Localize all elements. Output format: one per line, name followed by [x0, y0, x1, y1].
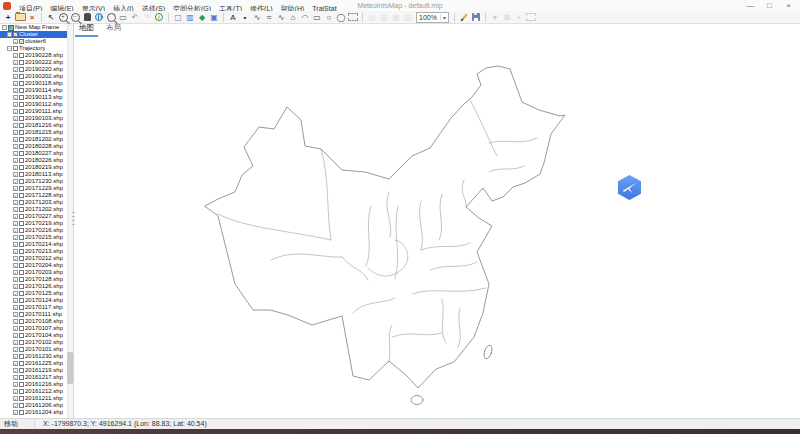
tree-item-20171230[interactable]: +20171230.shp: [0, 178, 73, 185]
tree-item-20161230[interactable]: +20161230.shp: [0, 353, 73, 360]
redo-button-icon[interactable]: ↷: [142, 11, 153, 23]
tree-item-20170126[interactable]: +20170126.shp: [0, 283, 73, 290]
expand-icon[interactable]: +: [13, 242, 18, 247]
tree-item-20180228[interactable]: +20180228.shp: [0, 143, 73, 150]
image-button-icon[interactable]: ▣: [209, 11, 220, 23]
tree-item-20190228[interactable]: +20190228.shp: [0, 52, 73, 59]
tree-item-trajectory[interactable]: −Trajectory: [0, 45, 73, 52]
ellipse-tool-icon[interactable]: ◯: [336, 11, 347, 23]
expand-icon[interactable]: +: [13, 291, 18, 296]
expand-icon[interactable]: +: [13, 263, 18, 268]
expand-icon[interactable]: +: [13, 137, 18, 142]
layer-checkbox[interactable]: [19, 270, 24, 275]
expand-icon[interactable]: +: [13, 410, 18, 415]
expand-icon[interactable]: +: [13, 277, 18, 282]
layer-checkbox[interactable]: [19, 256, 24, 261]
tree-item-20171228[interactable]: +20171228.shp: [0, 192, 73, 199]
tree-item-20170128[interactable]: +20170128.shp: [0, 276, 73, 283]
layer-checkbox[interactable]: [19, 81, 24, 86]
layer-checkbox[interactable]: [19, 60, 24, 65]
zoom-out-tool-icon[interactable]: −: [70, 11, 81, 23]
edit-pencil-button-icon[interactable]: [458, 11, 469, 23]
tree-item-20170227[interactable]: +20170227.shp: [0, 213, 73, 220]
layer-checkbox[interactable]: [19, 179, 24, 184]
zoom-combo[interactable]: 100%▾: [416, 12, 449, 23]
expand-icon[interactable]: +: [13, 200, 18, 205]
tree-item-20161217[interactable]: +20161217.shp: [0, 374, 73, 381]
layer-checkbox[interactable]: [19, 347, 24, 352]
expand-icon[interactable]: +: [13, 333, 18, 338]
chart-layer-button-icon[interactable]: ▥: [185, 11, 196, 23]
layer-checkbox[interactable]: [19, 333, 24, 338]
layer-checkbox[interactable]: [19, 249, 24, 254]
tree-item-20190118[interactable]: +20190118.shp: [0, 80, 73, 87]
tree-item-20181216[interactable]: +20181216.shp: [0, 122, 73, 129]
remove-button-icon[interactable]: ×: [27, 11, 38, 23]
tree-item-20170101[interactable]: +20170101.shp: [0, 346, 73, 353]
tree-item-20161204[interactable]: +20161204.shp: [0, 409, 73, 416]
text-tool-icon[interactable]: A: [228, 11, 239, 23]
tree-item-20170214[interactable]: +20170214.shp: [0, 241, 73, 248]
expand-icon[interactable]: +: [13, 312, 18, 317]
tree-item-20181215[interactable]: +20181215.shp: [0, 129, 73, 136]
expand-icon[interactable]: +: [13, 305, 18, 310]
tree-item-20170204[interactable]: +20170204.shp: [0, 262, 73, 269]
tree-item-20171202[interactable]: +20171202.shp: [0, 206, 73, 213]
full-extent-tool-icon[interactable]: [94, 11, 105, 23]
expand-icon[interactable]: +: [13, 88, 18, 93]
tree-item-20190220[interactable]: +20190220.shp: [0, 66, 73, 73]
layer-checkbox[interactable]: [19, 102, 24, 107]
layer-checkbox[interactable]: [19, 158, 24, 163]
expand-icon[interactable]: +: [13, 284, 18, 289]
expand-icon[interactable]: +: [13, 361, 18, 366]
layer-checkbox[interactable]: [19, 291, 24, 296]
layer-checkbox[interactable]: [19, 193, 24, 198]
save-edit-button-icon[interactable]: [470, 11, 481, 23]
expand-icon[interactable]: +: [13, 109, 18, 114]
layer-checkbox-checked[interactable]: ✓: [13, 32, 18, 37]
delete-selection-button-icon[interactable]: ×: [513, 11, 524, 23]
tree-item-20170213[interactable]: +20170213.shp: [0, 248, 73, 255]
tree-item-20170102[interactable]: +20170102.shp: [0, 339, 73, 346]
layer-checkbox[interactable]: [19, 67, 24, 72]
expand-icon[interactable]: +: [13, 172, 18, 177]
tree-item-20190222[interactable]: +20190222.shp: [0, 59, 73, 66]
expand-icon[interactable]: +: [13, 340, 18, 345]
layer-checkbox[interactable]: [19, 396, 24, 401]
expand-icon[interactable]: +: [13, 67, 18, 72]
layer-checkbox[interactable]: [19, 242, 24, 247]
layer-checkbox[interactable]: [19, 130, 24, 135]
polyline-tool-icon[interactable]: ∿: [252, 11, 263, 23]
tree-item-20161216[interactable]: +20161216.shp: [0, 381, 73, 388]
tree-item-20190202[interactable]: +20190202.shp: [0, 73, 73, 80]
tree-item-20190113[interactable]: +20190113.shp: [0, 94, 73, 101]
layer-checkbox[interactable]: [19, 277, 24, 282]
expand-icon[interactable]: +: [13, 354, 18, 359]
expand-icon[interactable]: +: [13, 116, 18, 121]
select-shape-tool-icon[interactable]: [348, 11, 359, 23]
layer-checkbox[interactable]: [19, 109, 24, 114]
new-project-button-icon[interactable]: +: [3, 11, 14, 23]
identify-tool-icon[interactable]: i: [154, 11, 165, 23]
layer-checkbox[interactable]: [19, 53, 24, 58]
legend-scrollbar-thumb[interactable]: [67, 352, 73, 384]
layer-checkbox[interactable]: [19, 361, 24, 366]
layer-checkbox[interactable]: [19, 284, 24, 289]
layout-tool-4-icon[interactable]: ▧: [403, 11, 414, 23]
attribute-table-button-icon[interactable]: ⊞: [501, 11, 512, 23]
tree-item-20171203[interactable]: +20171203.shp: [0, 199, 73, 206]
collapse-icon[interactable]: −: [7, 46, 12, 51]
layer-checkbox[interactable]: [19, 305, 24, 310]
curve-tool-icon[interactable]: ∿: [276, 11, 287, 23]
expand-icon[interactable]: +: [13, 151, 18, 156]
layer-checkbox[interactable]: [19, 95, 24, 100]
layer-checkbox[interactable]: [19, 200, 24, 205]
expand-icon[interactable]: +: [13, 102, 18, 107]
expand-icon[interactable]: +: [13, 347, 18, 352]
expand-icon[interactable]: +: [13, 235, 18, 240]
expand-icon[interactable]: +: [13, 207, 18, 212]
point-tool-icon[interactable]: •: [240, 11, 251, 23]
undo-button-icon[interactable]: ↶: [130, 11, 141, 23]
tree-item-20170215[interactable]: +20170215.shp: [0, 234, 73, 241]
layout-tool-1-icon[interactable]: ▤: [367, 11, 378, 23]
